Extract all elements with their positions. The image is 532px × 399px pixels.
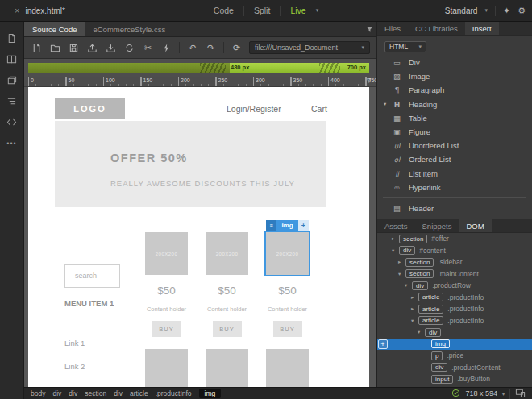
sidebar-link[interactable]: Link 2 (64, 362, 85, 371)
dom-tag-chip[interactable]: div (425, 328, 441, 337)
open-file-icon[interactable] (49, 42, 61, 54)
disclosure-arrow[interactable]: ▾ (418, 329, 425, 335)
insert-item[interactable]: Unordered List (377, 139, 532, 152)
dom-tag-chip[interactable]: input (431, 375, 453, 384)
product-card[interactable]: ≡ img + 200X200 $50 Content holder BUY (266, 232, 309, 387)
list-panel-icon[interactable] (6, 95, 18, 107)
panel-tab[interactable]: Assets (377, 219, 415, 232)
buy-button[interactable]: BUY (213, 321, 242, 337)
dom-tree-node[interactable]: ▾ div .productRow (377, 280, 532, 292)
product-image-placeholder[interactable] (206, 349, 248, 387)
insert-item[interactable]: Paragraph (377, 83, 532, 97)
dom-tree-node[interactable]: ▾ div (377, 326, 532, 339)
dom-tree-node[interactable]: ▸ article .productInfo (377, 303, 532, 315)
disclosure-arrow[interactable]: ▾ (405, 282, 412, 289)
dom-tag-chip[interactable]: div (431, 363, 447, 372)
buy-button[interactable]: BUY (152, 321, 181, 337)
code-tags-icon[interactable] (6, 116, 18, 128)
tag-selector-item[interactable]: div (52, 389, 61, 397)
save-icon[interactable] (68, 42, 80, 54)
live-view-canvas[interactable]: LOGO Login/Register Cart OFFER 50% REALL… (24, 87, 376, 387)
buy-button[interactable]: BUY (273, 321, 302, 337)
redo-icon[interactable]: ↷ (205, 42, 217, 54)
insert-item[interactable]: Figure (377, 125, 532, 139)
panel-tab[interactable]: CC Libraries (408, 22, 465, 35)
insert-item[interactable]: Hyperlink (377, 181, 532, 194)
tag-selector-item[interactable]: .productInfo (156, 389, 192, 397)
product-card[interactable]: 200X200 $50 Content holder BUY (145, 232, 188, 387)
dom-tree-node[interactable]: ▸ article .productInfo (377, 292, 532, 304)
disclosure-arrow[interactable]: ▾ (384, 101, 391, 107)
undo-icon[interactable]: ↶ (186, 42, 198, 54)
dom-tag-chip[interactable]: section (399, 235, 427, 243)
product-image-placeholder[interactable]: 200X200 (206, 232, 248, 275)
dom-tree-node[interactable]: p .price (377, 350, 532, 362)
panel-tab[interactable]: Files (377, 22, 408, 35)
tag-selector-item[interactable]: img (199, 389, 222, 398)
insert-category-dropdown[interactable]: HTML ▾ (384, 41, 426, 52)
product-image-placeholder[interactable]: 200X200 (145, 232, 188, 275)
dom-tag-chip[interactable]: section (405, 269, 434, 278)
cut-icon[interactable]: ✂ (142, 42, 154, 54)
dom-tag-chip[interactable]: img (431, 339, 450, 348)
disclosure-arrow[interactable]: ▸ (392, 235, 399, 242)
gear-icon[interactable]: ⚙ (517, 6, 526, 16)
disclosure-arrow[interactable]: ▸ (411, 294, 418, 301)
dom-tree-node[interactable]: ▾ article .productInfo (377, 315, 532, 327)
product-image-placeholder[interactable] (266, 349, 309, 387)
insert-item[interactable]: List Item (377, 167, 532, 181)
tag-selector-item[interactable]: div (114, 389, 123, 397)
workspace-switcher[interactable]: Standard (445, 6, 478, 15)
ruler-marker[interactable]: ▽ (367, 77, 371, 84)
product-image-placeholder[interactable]: 200X200 (266, 232, 309, 275)
dom-tree-node[interactable]: ▸ section #offer (377, 233, 532, 245)
search-input[interactable]: search (64, 264, 120, 288)
related-file-tab[interactable]: eCommerceStyle.css (85, 22, 173, 36)
document-icon[interactable] (6, 32, 18, 44)
dom-tag-chip[interactable]: div (399, 246, 415, 255)
dom-tag-chip[interactable]: article (418, 305, 443, 314)
dom-tag-chip[interactable]: div (412, 281, 428, 290)
upload-icon[interactable] (86, 42, 98, 54)
sparkle-icon[interactable]: ✦ (503, 6, 510, 16)
disclosure-arrow[interactable]: ▸ (398, 259, 405, 265)
chevron-down-icon[interactable]: ▾ (484, 7, 488, 14)
dom-tree-node[interactable]: ▾ section .mainContent (377, 268, 532, 281)
element-tag-label[interactable]: img (276, 220, 298, 231)
chevron-down-icon[interactable]: ▾ (316, 7, 319, 14)
live-code-icon[interactable] (160, 42, 172, 54)
dom-tag-chip[interactable]: section (405, 258, 434, 267)
disclosure-arrow[interactable]: ▾ (411, 318, 418, 324)
add-element-button[interactable]: + (378, 339, 388, 349)
insert-item[interactable]: Image (377, 69, 532, 83)
insert-item[interactable]: ▾ Heading (377, 98, 532, 111)
tag-selector-item[interactable]: div (69, 389, 77, 397)
dom-tree-node[interactable]: ▾ div #content (377, 245, 532, 257)
split-view-icon[interactable] (6, 53, 18, 65)
viewport-size-display[interactable]: 718 x 594 (465, 389, 497, 397)
dom-tag-chip[interactable]: p (431, 351, 443, 360)
insert-item[interactable]: Div (377, 56, 532, 69)
cart-link[interactable]: Cart (311, 104, 327, 114)
dom-tree-node[interactable]: + img (377, 339, 532, 351)
login-register-link[interactable]: Login/Register (227, 104, 281, 114)
more-options-icon[interactable]: ••• (6, 137, 18, 149)
product-image-placeholder[interactable] (145, 349, 188, 387)
disclosure-arrow[interactable]: ▾ (398, 271, 405, 277)
panel-tab[interactable]: Snippets (415, 219, 459, 232)
sidebar-link[interactable]: Link 1 (64, 339, 85, 347)
address-bar[interactable]: file:///Unsaved_Document ▾ (249, 41, 370, 54)
dom-tree-node[interactable]: input .buyButton (377, 373, 532, 385)
element-menu-icon[interactable]: ≡ (266, 220, 276, 231)
chevron-down-icon[interactable]: ▾ (361, 44, 364, 51)
files-stack-icon[interactable] (6, 74, 18, 86)
insert-item[interactable]: Ordered List (377, 152, 532, 166)
dom-tag-chip[interactable]: article (418, 316, 443, 325)
insert-item[interactable]: Table (377, 111, 532, 125)
chevron-down-icon[interactable]: ▾ (502, 391, 505, 397)
dom-tree-node[interactable]: div .productContent (377, 362, 532, 374)
panel-tab[interactable]: DOM (459, 219, 492, 232)
mode-code-button[interactable]: Code (214, 6, 234, 15)
disclosure-arrow[interactable]: ▸ (411, 305, 418, 312)
product-card[interactable]: 200X200 $50 Content holder BUY (206, 232, 248, 387)
